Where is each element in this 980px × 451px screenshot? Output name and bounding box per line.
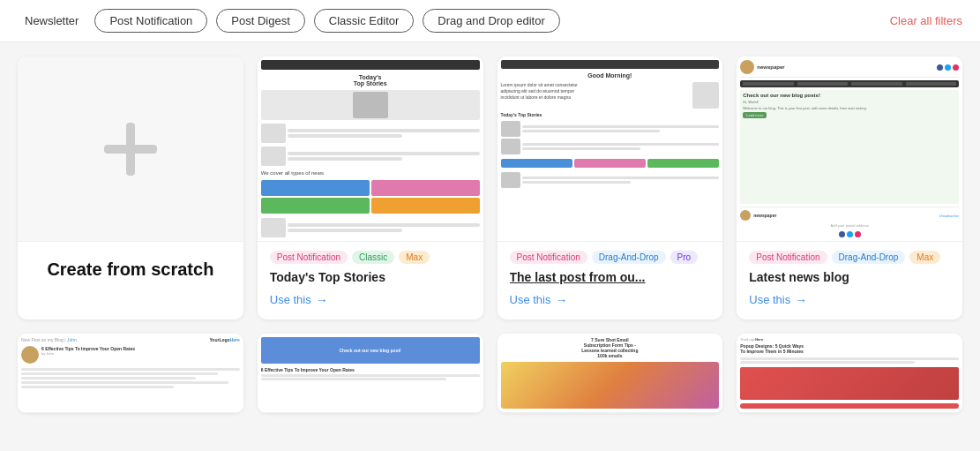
arrow-icon: →	[795, 293, 807, 307]
use-this-label: Use this	[270, 293, 311, 306]
last-post-info: Post Notification Drag-And-Drop Pro The …	[497, 242, 723, 319]
filter-newsletter[interactable]: Newsletter	[18, 10, 86, 32]
tag-post-notification: Post Notification	[270, 251, 348, 264]
tag-pro: Pro	[670, 251, 699, 264]
latest-news-title: Latest news blog	[749, 270, 950, 284]
tag-row: Post Notification Drag-And-Drop Pro	[510, 251, 711, 264]
popup-designs-preview: YourLogoHere Popup Designs: 5 Quick Ways…	[737, 334, 962, 413]
tag-post-notification: Post Notification	[749, 251, 827, 264]
newspaper-logo-icon	[740, 60, 754, 74]
last-post-use-this-button[interactable]: Use this →	[510, 293, 568, 307]
tag-post-notification: Post Notification	[510, 251, 587, 264]
scratch-preview	[18, 56, 243, 242]
clear-filters-button[interactable]: Clear all filters	[890, 14, 962, 27]
create-from-scratch-card: Create from scratch	[18, 56, 243, 319]
svg-rect-1	[104, 145, 157, 154]
bottom-cards-row: New Post on my Blog | John YourLogoHere …	[0, 334, 980, 427]
template-grid: Create from scratch Today'sTop Stories	[0, 42, 980, 334]
blog-tips-card: Check out our new blog post! 6 Effective…	[258, 334, 483, 413]
new-post-card: New Post on my Blog | John YourLogoHere …	[18, 334, 243, 413]
top-stories-title: Today's Top Stories	[270, 270, 471, 284]
last-post-title: The last post from ou...	[510, 270, 711, 284]
tag-max: Max	[909, 251, 940, 264]
filter-drag-drop[interactable]: Drag and Drop editor	[423, 9, 559, 33]
latest-news-info: Post Notification Drag-And-Drop Max Late…	[737, 242, 962, 319]
last-post-preview: Good Morning! Lorem ipsum dolor sit amet…	[497, 56, 723, 242]
tag-row: Post Notification Classic Max	[270, 251, 471, 264]
blog-tips-preview: Check out our new blog post! 6 Effective…	[258, 334, 483, 413]
tag-max: Max	[399, 251, 430, 264]
filter-post-notification[interactable]: Post Notification	[94, 9, 207, 33]
latest-news-card: newspaper Check out our new blog posts!	[737, 56, 962, 319]
tag-drag: Drag-And-Drop	[832, 251, 906, 264]
last-post-card: Good Morning! Lorem ipsum dolor sit amet…	[497, 56, 723, 319]
top-stories-card: Today'sTop Stories	[258, 56, 483, 319]
subscription-preview: 7 Sure Shot EmailSubscription Form Tips …	[497, 334, 723, 413]
top-stories-use-this-button[interactable]: Use this →	[270, 293, 328, 307]
top-stories-preview: Today'sTop Stories	[258, 56, 483, 242]
latest-news-use-this-button[interactable]: Use this →	[749, 293, 807, 307]
use-this-label: Use this	[749, 293, 790, 306]
arrow-icon: →	[555, 293, 567, 307]
plus-icon	[100, 118, 161, 180]
scratch-title: Create from scratch	[18, 242, 243, 297]
tag-classic: Classic	[352, 251, 394, 264]
filter-bar: Newsletter Post Notification Post Digest…	[0, 0, 980, 42]
filter-post-digest[interactable]: Post Digest	[216, 9, 304, 33]
arrow-icon: →	[316, 293, 328, 307]
filter-classic-editor[interactable]: Classic Editor	[314, 9, 414, 33]
top-stories-info: Post Notification Classic Max Today's To…	[258, 242, 483, 319]
new-post-preview: New Post on my Blog | John YourLogoHere …	[18, 334, 243, 413]
use-this-label: Use this	[510, 293, 551, 306]
subscription-card: 7 Sure Shot EmailSubscription Form Tips …	[497, 334, 723, 413]
latest-news-preview: newspaper Check out our new blog posts!	[737, 56, 962, 242]
tag-drag: Drag-And-Drop	[592, 251, 666, 264]
tag-row: Post Notification Drag-And-Drop Max	[749, 251, 950, 264]
popup-designs-card: YourLogoHere Popup Designs: 5 Quick Ways…	[737, 334, 962, 413]
